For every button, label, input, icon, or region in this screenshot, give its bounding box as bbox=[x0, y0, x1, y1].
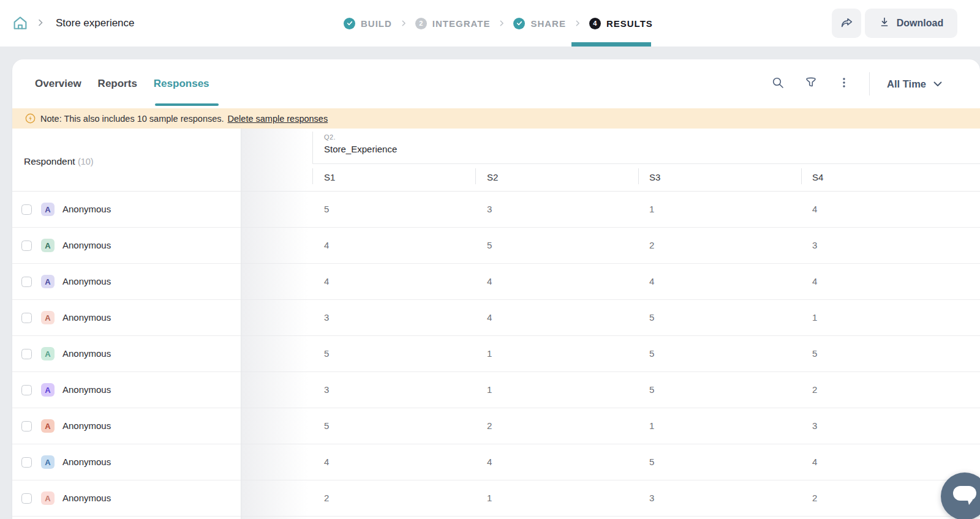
search-icon bbox=[771, 76, 785, 92]
kebab-menu-icon bbox=[838, 77, 850, 91]
step-chevron-icon bbox=[498, 20, 505, 27]
row-checkbox[interactable] bbox=[21, 204, 32, 215]
row-checkbox[interactable] bbox=[21, 241, 32, 251]
tab-bar: Overview Reports Responses bbox=[12, 59, 980, 108]
question-title: Store_Experience bbox=[324, 144, 397, 154]
page-title: Store experience bbox=[56, 17, 135, 29]
answer-cell-s4: 4 bbox=[812, 276, 817, 286]
table-row: A Anonymous 2 1 3 2 bbox=[12, 480, 980, 517]
answer-cell-s3: 5 bbox=[649, 457, 654, 467]
table-row: A Anonymous 4 4 4 4 bbox=[12, 264, 980, 300]
respondent-name[interactable]: Anonymous bbox=[62, 276, 111, 286]
answer-cell-s3: 1 bbox=[649, 204, 654, 214]
answer-cell-s4: 4 bbox=[812, 204, 817, 214]
step-chevron-icon bbox=[400, 20, 407, 27]
column-tick bbox=[475, 168, 476, 184]
share-button[interactable] bbox=[832, 9, 861, 38]
answer-cell-s1: 4 bbox=[324, 240, 329, 250]
avatar: A bbox=[41, 203, 55, 216]
tab-reports[interactable]: Reports bbox=[98, 78, 137, 90]
table-row: A Anonymous 5 2 1 3 bbox=[12, 408, 980, 444]
respondent-name[interactable]: Anonymous bbox=[62, 312, 111, 323]
avatar: A bbox=[41, 455, 55, 469]
home-button[interactable] bbox=[11, 14, 29, 32]
avatar: A bbox=[41, 383, 55, 397]
chat-launcher-button[interactable] bbox=[941, 472, 980, 519]
row-checkbox[interactable] bbox=[21, 277, 32, 287]
respondent-name[interactable]: Anonymous bbox=[62, 420, 111, 431]
question-group-border bbox=[312, 132, 313, 163]
tab-overview[interactable]: Overview bbox=[35, 78, 81, 90]
respondent-name[interactable]: Anonymous bbox=[62, 204, 111, 214]
tab-responses[interactable]: Responses bbox=[154, 78, 209, 90]
respondent-label-text: Respondent bbox=[24, 156, 75, 166]
answer-cell-s1: 5 bbox=[324, 420, 329, 431]
home-icon bbox=[11, 24, 29, 34]
avatar: A bbox=[41, 419, 55, 433]
avatar: A bbox=[41, 239, 55, 252]
answer-cell-s4: 5 bbox=[812, 348, 817, 359]
delete-sample-responses-link[interactable]: Delete sample responses bbox=[228, 114, 328, 124]
download-button-label: Download bbox=[897, 18, 943, 29]
download-button[interactable]: Download bbox=[865, 9, 957, 38]
answer-cell-s3: 5 bbox=[649, 384, 654, 395]
table-row: A Anonymous 3 4 5 1 bbox=[12, 300, 980, 336]
step-number-badge: 4 bbox=[589, 18, 601, 29]
row-checkbox[interactable] bbox=[21, 457, 32, 468]
avatar: A bbox=[41, 491, 55, 505]
column-header-s1: S1 bbox=[324, 172, 335, 182]
sample-responses-banner: Note: This also includes 10 sample respo… bbox=[12, 108, 980, 129]
step-label: RESULTS bbox=[606, 18, 653, 29]
filter-funnel-icon bbox=[804, 75, 818, 92]
more-options-button[interactable] bbox=[836, 76, 852, 92]
table-body: A Anonymous 5 3 1 4 A Anonymous 4 5 2 3 … bbox=[12, 192, 980, 517]
row-checkbox[interactable] bbox=[21, 349, 32, 359]
top-header-bar: Store experience BUILD 2 INTEGRATE SHARE bbox=[0, 0, 980, 47]
chevron-down-icon bbox=[933, 78, 942, 89]
step-results[interactable]: 4 RESULTS bbox=[589, 18, 653, 29]
bolt-icon bbox=[25, 113, 36, 124]
question-header-divider bbox=[312, 163, 980, 164]
search-button[interactable] bbox=[770, 76, 786, 92]
active-tab-underline bbox=[155, 103, 219, 106]
row-checkbox[interactable] bbox=[21, 421, 32, 431]
answer-cell-s3: 5 bbox=[649, 312, 654, 323]
step-build[interactable]: BUILD bbox=[344, 18, 392, 29]
column-tick bbox=[801, 168, 802, 184]
answer-cell-s2: 1 bbox=[487, 493, 492, 503]
step-share[interactable]: SHARE bbox=[513, 18, 566, 29]
respondent-name[interactable]: Anonymous bbox=[62, 493, 111, 503]
answer-cell-s4: 4 bbox=[812, 457, 817, 467]
respondent-column-header: Respondent (10) bbox=[24, 156, 94, 167]
avatar: A bbox=[41, 275, 55, 288]
row-checkbox[interactable] bbox=[21, 385, 32, 395]
table-row: A Anonymous 3 1 5 2 bbox=[12, 372, 980, 408]
answer-cell-s2: 4 bbox=[487, 312, 492, 323]
breadcrumb-chevron-icon bbox=[36, 18, 45, 29]
question-code: Q2. bbox=[324, 133, 336, 141]
avatar: A bbox=[41, 347, 55, 360]
time-range-value: All Time bbox=[887, 78, 926, 90]
row-checkbox[interactable] bbox=[21, 313, 32, 323]
respondent-name[interactable]: Anonymous bbox=[62, 457, 111, 467]
answer-cell-s2: 3 bbox=[487, 204, 492, 214]
active-step-underline bbox=[571, 42, 651, 47]
respondent-name[interactable]: Anonymous bbox=[62, 384, 111, 395]
answer-cell-s2: 2 bbox=[487, 420, 492, 431]
time-range-dropdown[interactable]: All Time bbox=[887, 78, 942, 90]
row-checkbox[interactable] bbox=[21, 493, 32, 504]
answer-cell-s1: 5 bbox=[324, 204, 329, 214]
answer-cell-s3: 1 bbox=[649, 420, 654, 431]
answer-cell-s2: 1 bbox=[487, 384, 492, 395]
answer-cell-s1: 2 bbox=[324, 493, 329, 503]
filter-button[interactable] bbox=[803, 76, 819, 92]
step-label: SHARE bbox=[530, 18, 566, 29]
respondent-name[interactable]: Anonymous bbox=[62, 348, 111, 359]
toolbar-divider bbox=[869, 72, 870, 95]
step-integrate[interactable]: 2 INTEGRATE bbox=[415, 18, 491, 29]
answer-cell-s4: 3 bbox=[812, 240, 817, 250]
respondent-name[interactable]: Anonymous bbox=[62, 240, 111, 250]
answer-cell-s3: 4 bbox=[649, 276, 654, 286]
column-header-s4: S4 bbox=[812, 172, 823, 182]
answer-cell-s1: 3 bbox=[324, 312, 329, 323]
